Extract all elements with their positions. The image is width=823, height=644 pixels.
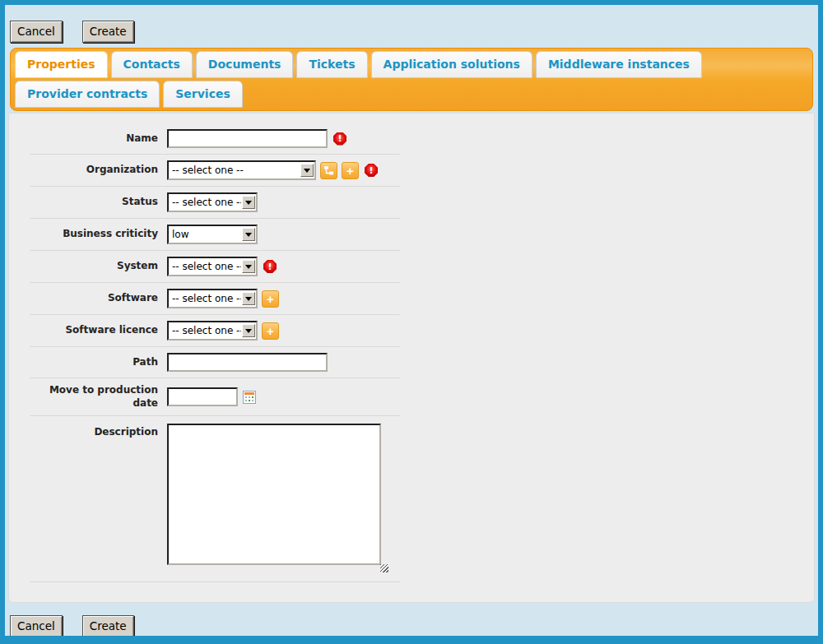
- status-row: Status -- select one --: [30, 187, 400, 219]
- app-window: Cancel Create Properties Contacts Docume…: [0, 0, 823, 644]
- tab-provider-contracts[interactable]: Provider contracts: [15, 81, 160, 108]
- system-label: System: [30, 260, 158, 273]
- cancel-button[interactable]: Cancel: [10, 615, 63, 637]
- top-toolbar: Cancel Create: [5, 5, 818, 43]
- software-licence-row: Software licence -- select one -- +: [30, 315, 400, 347]
- mandatory-error-icon: !: [263, 260, 277, 273]
- move-to-production-date-label: Move to production date: [30, 384, 158, 410]
- resize-grip-icon[interactable]: [380, 564, 388, 572]
- organization-label: Organization: [30, 164, 158, 177]
- path-label: Path: [30, 356, 158, 369]
- tab-services[interactable]: Services: [163, 81, 243, 108]
- select-value: low: [172, 229, 241, 240]
- tab-tickets[interactable]: Tickets: [296, 51, 367, 78]
- business-criticity-label: Business criticity: [30, 228, 158, 241]
- system-row: System -- select one -- !: [30, 251, 400, 283]
- software-licence-select[interactable]: -- select one --: [167, 321, 258, 341]
- add-organization-button[interactable]: +: [342, 162, 359, 179]
- software-label: Software: [30, 292, 158, 305]
- description-field: [167, 424, 381, 565]
- tab-contacts[interactable]: Contacts: [111, 51, 193, 78]
- hierarchy-button[interactable]: [320, 162, 337, 179]
- software-licence-label: Software licence: [30, 324, 158, 337]
- organization-row: Organization -- select one -- + !: [30, 155, 400, 187]
- status-select[interactable]: -- select one --: [167, 192, 258, 212]
- description-textarea[interactable]: [167, 424, 381, 565]
- business-criticity-row: Business criticity low: [30, 219, 400, 251]
- plus-icon: +: [267, 325, 274, 337]
- select-value: -- select one --: [172, 164, 300, 176]
- software-row: Software -- select one -- +: [30, 283, 400, 315]
- select-value: -- select one --: [172, 261, 241, 272]
- mandatory-error-icon: !: [333, 132, 346, 146]
- add-software-button[interactable]: +: [262, 290, 279, 308]
- tab-properties[interactable]: Properties: [15, 51, 108, 78]
- tab-application-solutions[interactable]: Application solutions: [371, 51, 532, 78]
- chevron-down-icon: [242, 196, 255, 209]
- chevron-down-icon: [242, 228, 255, 241]
- create-button[interactable]: Create: [82, 615, 134, 637]
- name-input[interactable]: [167, 129, 328, 148]
- system-select[interactable]: -- select one --: [167, 257, 258, 276]
- tab-middleware-instances[interactable]: Middleware instances: [536, 51, 702, 78]
- select-value: -- select one --: [172, 325, 241, 336]
- create-button[interactable]: Create: [82, 21, 134, 43]
- chevron-down-icon: [242, 324, 255, 337]
- properties-tab-panel: Name ! Organization -- select one --: [8, 113, 815, 603]
- add-software-licence-button[interactable]: +: [262, 322, 279, 340]
- move-to-production-date-input[interactable]: [167, 387, 238, 406]
- plus-icon: +: [346, 164, 354, 177]
- name-label: Name: [30, 132, 158, 146]
- software-select[interactable]: -- select one --: [167, 289, 258, 308]
- tab-bar: Properties Contacts Documents Tickets Ap…: [10, 48, 813, 111]
- plus-icon: +: [267, 293, 274, 305]
- mandatory-error-icon: !: [365, 164, 378, 177]
- path-input[interactable]: [167, 353, 328, 372]
- move-to-production-date-row: Move to production date: [30, 378, 400, 416]
- status-label: Status: [30, 196, 158, 209]
- calendar-icon: [243, 391, 256, 404]
- form-fields: Name ! Organization -- select one --: [30, 123, 400, 582]
- bottom-toolbar: Cancel Create: [5, 603, 818, 637]
- select-value: -- select one --: [172, 293, 241, 304]
- organization-select[interactable]: -- select one --: [167, 160, 316, 180]
- path-row: Path: [30, 347, 400, 378]
- tab-documents[interactable]: Documents: [196, 51, 294, 78]
- chevron-down-icon: [242, 292, 255, 305]
- date-picker-button[interactable]: [243, 391, 256, 404]
- chevron-down-icon: [242, 260, 255, 273]
- description-row: Description: [30, 416, 400, 582]
- chevron-down-icon: [300, 164, 314, 177]
- description-label: Description: [30, 424, 158, 439]
- business-criticity-select[interactable]: low: [167, 225, 258, 244]
- tabs-widget: Properties Contacts Documents Tickets Ap…: [8, 48, 815, 603]
- hierarchy-icon: [323, 165, 334, 176]
- select-value: -- select one --: [172, 197, 241, 208]
- cancel-button[interactable]: Cancel: [10, 21, 63, 43]
- name-row: Name !: [30, 123, 400, 155]
